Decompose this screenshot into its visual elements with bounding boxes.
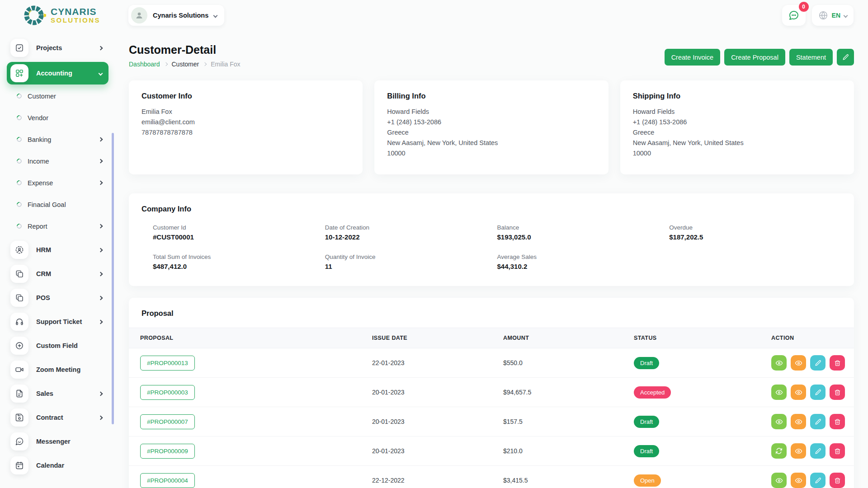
proposal-link[interactable]: #PROP000013 — [140, 356, 195, 371]
delete-button[interactable] — [830, 355, 845, 371]
delete-button[interactable] — [830, 473, 845, 488]
sidebar-item-support-ticket[interactable]: Support Ticket — [7, 312, 108, 332]
sidebar-item-sales[interactable]: Sales — [7, 384, 108, 404]
statement-button[interactable]: Statement — [789, 49, 833, 66]
sidebar-item-expense[interactable]: Expense — [7, 175, 108, 191]
sidebar-item-banking[interactable]: Banking — [7, 131, 108, 147]
topbar-right: 0 EN — [782, 5, 854, 26]
column-header-action: ACTION — [771, 335, 843, 341]
delete-button[interactable] — [830, 385, 845, 400]
customer-name: Emilia Fox — [142, 107, 350, 117]
pencil-icon — [842, 54, 849, 61]
edit-button[interactable] — [810, 355, 826, 371]
proposal-table: PROPOSAL ISSUE DATE AMOUNT STATUS ACTION… — [129, 328, 854, 488]
sidebar-scrollbar[interactable] — [112, 133, 114, 424]
create-proposal-button[interactable]: Create Proposal — [724, 49, 785, 66]
plus-circle-icon — [10, 337, 28, 355]
table-row: #PROP000013 22-01-2023 $550.0 Draft — [129, 348, 854, 378]
sidebar-item-label: Contract — [36, 414, 63, 421]
field-value: $487,412.0 — [153, 263, 325, 270]
card-title: Company Info — [142, 205, 841, 213]
language-selector[interactable]: EN — [812, 5, 854, 26]
field-label: Average Sales — [497, 253, 670, 260]
eye-icon — [795, 477, 802, 484]
edit-button[interactable] — [810, 443, 826, 459]
convert-button[interactable] — [771, 443, 787, 459]
amount-cell: $157.5 — [503, 418, 634, 425]
view-button[interactable] — [771, 414, 787, 429]
brand-name: CYNARIS — [51, 7, 100, 17]
billing-info-lines: Howard Fields +1 (248) 153-2086 Greece N… — [387, 107, 595, 159]
sidebar-item-finacial-goal[interactable]: Finacial Goal — [7, 197, 108, 212]
sidebar-item-vendor[interactable]: Vendor — [7, 110, 108, 126]
sidebar-item-calendar[interactable]: Calendar — [7, 455, 108, 475]
sidebar-item-messenger[interactable]: Messenger — [7, 432, 108, 451]
customer-info-card: Customer Info Emilia Fox emilia@client.c… — [129, 80, 363, 174]
delete-button[interactable] — [830, 443, 845, 459]
sidebar-item-label: Finacial Goal — [28, 201, 66, 208]
column-header-amount: AMOUNT — [503, 335, 634, 341]
sidebar-item-hrm[interactable]: HRM — [7, 240, 108, 260]
proposal-link[interactable]: #PROP000004 — [140, 473, 195, 488]
sidebar-item-zoom-meeting[interactable]: Zoom Meeting — [7, 360, 108, 380]
field-value: 11 — [325, 263, 497, 270]
proposal-title: Proposal — [129, 309, 854, 318]
refresh-icon — [775, 447, 783, 455]
preview-button[interactable] — [791, 414, 806, 429]
proposal-link[interactable]: #PROP000007 — [140, 414, 195, 429]
proposal-link[interactable]: #PROP000009 — [140, 444, 195, 459]
breadcrumb-customer[interactable]: Customer — [172, 61, 199, 68]
chevron-right-icon — [99, 46, 103, 50]
table-row: #PROP000009 20-01-2023 $210.0 Draft — [129, 436, 854, 466]
sidebar-item-contract[interactable]: Contract — [7, 408, 108, 427]
preview-button[interactable] — [791, 355, 806, 371]
chevron-right-icon — [99, 181, 103, 185]
calendar-icon — [10, 456, 28, 474]
edit-customer-button[interactable] — [837, 49, 854, 66]
sidebar-item-projects[interactable]: Projects — [7, 38, 108, 58]
status-badge: Accepted — [634, 386, 671, 399]
create-invoice-button[interactable]: Create Invoice — [665, 49, 721, 66]
sidebar-item-custom-field[interactable]: Custom Field — [7, 336, 108, 356]
field-label: Total Sum of Invoices — [153, 253, 325, 260]
video-camera-icon — [10, 361, 28, 379]
sidebar-item-income[interactable]: Income — [7, 153, 108, 169]
chevron-right-icon — [99, 415, 103, 420]
delete-button[interactable] — [830, 414, 845, 429]
eye-icon — [775, 418, 783, 426]
globe-icon — [818, 10, 828, 20]
sidebar-item-label: Sales — [36, 390, 53, 397]
sidebar-item-pos[interactable]: POS — [7, 288, 108, 308]
chevron-right-icon — [99, 272, 103, 276]
edit-button[interactable] — [810, 473, 826, 488]
issue-date-cell: 20-01-2023 — [372, 447, 503, 455]
sidebar-item-accounting[interactable]: Accounting — [7, 62, 108, 84]
eye-icon — [775, 359, 783, 367]
preview-button[interactable] — [791, 443, 806, 459]
edit-button[interactable] — [810, 414, 826, 429]
company-selector[interactable]: Cynaris Solutions — [128, 5, 224, 26]
sidebar-item-crm[interactable]: CRM — [7, 264, 108, 284]
sidebar-item-report[interactable]: Report — [7, 218, 108, 234]
sidebar-item-customer[interactable]: Customer — [7, 88, 108, 104]
bullet-icon — [16, 158, 23, 164]
trash-icon — [834, 418, 841, 425]
messages-button[interactable]: 0 — [782, 5, 806, 26]
edit-button[interactable] — [810, 385, 826, 400]
field-value: $193,025.0 — [497, 233, 670, 241]
bullet-icon — [16, 201, 23, 208]
view-button[interactable] — [771, 385, 787, 400]
breadcrumb-dashboard[interactable]: Dashboard — [129, 61, 160, 68]
view-button[interactable] — [771, 473, 787, 488]
sidebar-item-label: Messenger — [36, 438, 71, 445]
preview-button[interactable] — [791, 473, 806, 488]
brand-subname: SOLUTIONS — [51, 17, 100, 24]
view-button[interactable] — [771, 355, 787, 371]
chevron-right-icon — [99, 319, 103, 324]
preview-button[interactable] — [791, 385, 806, 400]
issue-date-cell: 20-01-2023 — [372, 389, 503, 396]
sidebar-item-label: Accounting — [36, 70, 72, 77]
bullet-icon — [16, 93, 23, 99]
pencil-icon — [815, 448, 821, 455]
proposal-link[interactable]: #PROP000003 — [140, 385, 195, 400]
